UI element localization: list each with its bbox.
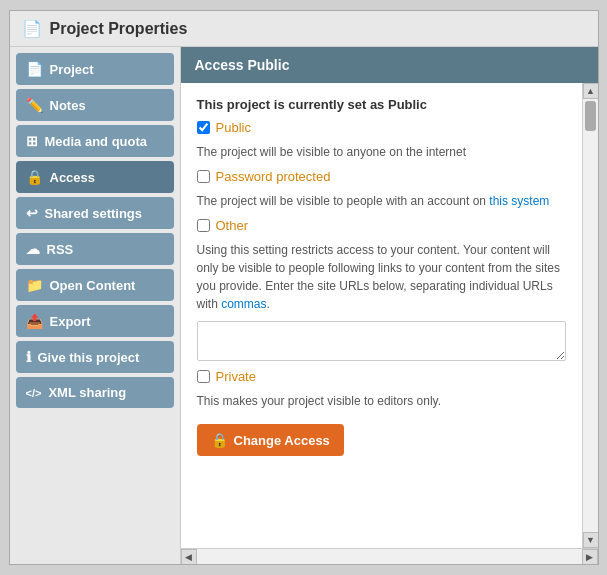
sidebar-item-xml-label: XML sharing [48,385,126,400]
content-area: Access Public This project is currently … [180,47,598,564]
public-description: The project will be visible to anyone on… [197,143,566,161]
other-description: Using this setting restricts access to y… [197,241,566,313]
sidebar-item-open-content[interactable]: 📁 Open Content [16,269,174,301]
other-desc-period: . [267,297,270,311]
this-system-link[interactable]: this system [489,194,549,208]
sidebar-item-notes-label: Notes [50,98,86,113]
content-body: This project is currently set as Public … [181,83,582,548]
horizontal-scrollbar[interactable]: ◀ ▶ [181,548,598,564]
rss-icon: ☁ [26,241,40,257]
scroll-up-arrow[interactable]: ▲ [583,83,598,99]
scroll-left-arrow[interactable]: ◀ [181,549,197,565]
sidebar-item-access-label: Access [50,170,96,185]
sidebar-item-give-label: Give this project [38,350,140,365]
other-checkbox[interactable] [197,219,210,232]
status-text: This project is currently set as Public [197,97,566,112]
window-title: Project Properties [50,20,188,38]
change-access-button[interactable]: 🔒 Change Access [197,424,344,456]
vertical-scrollbar[interactable]: ▲ ▼ [582,83,598,548]
xml-icon: </> [26,387,42,399]
change-access-icon: 🔒 [211,432,228,448]
scroll-thumb[interactable] [585,101,596,131]
sidebar-item-media-quota[interactable]: ⊞ Media and quota [16,125,174,157]
change-access-label: Change Access [234,433,330,448]
window-icon: 📄 [22,19,42,38]
password-desc-pre: The project will be visible to people wi… [197,194,490,208]
private-label[interactable]: Private [216,369,256,384]
url-textarea[interactable] [197,321,566,361]
access-icon: 🔒 [26,169,43,185]
public-option-row: Public [197,120,566,135]
content-header: Access Public [181,47,598,83]
sidebar: 📄 Project ✏️ Notes ⊞ Media and quota 🔒 A… [10,47,180,564]
sidebar-item-shared-label: Shared settings [45,206,143,221]
sidebar-item-give-project[interactable]: ℹ Give this project [16,341,174,373]
project-icon: 📄 [26,61,43,77]
public-checkbox[interactable] [197,121,210,134]
private-description: This makes your project visible to edito… [197,392,566,410]
sidebar-item-export-label: Export [50,314,91,329]
notes-icon: ✏️ [26,97,43,113]
password-checkbox[interactable] [197,170,210,183]
give-project-icon: ℹ [26,349,31,365]
scroll-track[interactable] [583,99,598,532]
scroll-down-arrow[interactable]: ▼ [583,532,598,548]
private-checkbox[interactable] [197,370,210,383]
open-content-icon: 📁 [26,277,43,293]
password-description: The project will be visible to people wi… [197,192,566,210]
h-scroll-track[interactable] [197,549,582,564]
sidebar-item-rss[interactable]: ☁ RSS [16,233,174,265]
password-label[interactable]: Password protected [216,169,331,184]
commas-link[interactable]: commas [221,297,266,311]
password-option-row: Password protected [197,169,566,184]
shared-settings-icon: ↩ [26,205,38,221]
scroll-right-arrow[interactable]: ▶ [582,549,598,565]
other-option-row: Other [197,218,566,233]
sidebar-item-media-label: Media and quota [45,134,148,149]
private-option-row: Private [197,369,566,384]
sidebar-item-export[interactable]: 📤 Export [16,305,174,337]
public-label[interactable]: Public [216,120,251,135]
title-bar: 📄 Project Properties [10,11,598,47]
sidebar-item-access[interactable]: 🔒 Access [16,161,174,193]
sidebar-item-open-label: Open Content [50,278,136,293]
export-icon: 📤 [26,313,43,329]
project-properties-window: 📄 Project Properties 📄 Project ✏️ Notes … [9,10,599,565]
sidebar-item-project-label: Project [50,62,94,77]
other-label[interactable]: Other [216,218,249,233]
media-icon: ⊞ [26,133,38,149]
sidebar-item-rss-label: RSS [47,242,74,257]
sidebar-item-project[interactable]: 📄 Project [16,53,174,85]
sidebar-item-shared-settings[interactable]: ↩ Shared settings [16,197,174,229]
sidebar-item-notes[interactable]: ✏️ Notes [16,89,174,121]
main-content: 📄 Project ✏️ Notes ⊞ Media and quota 🔒 A… [10,47,598,564]
sidebar-item-xml-sharing[interactable]: </> XML sharing [16,377,174,408]
